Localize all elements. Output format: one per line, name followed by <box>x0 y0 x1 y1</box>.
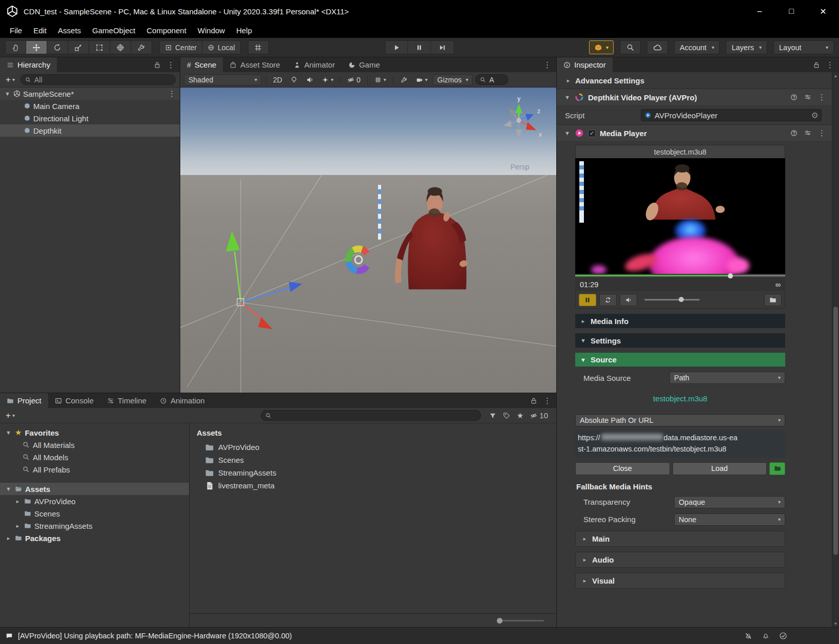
menu-help[interactable]: Help <box>230 25 258 36</box>
slider-knob[interactable] <box>497 618 502 624</box>
rotate-tool-button[interactable] <box>47 40 68 54</box>
project-search-input[interactable] <box>275 412 476 420</box>
minimize-button[interactable]: – <box>744 0 775 23</box>
foldout-closed-icon[interactable]: ▸ <box>14 498 21 505</box>
mute-toggle-button[interactable] <box>620 294 637 306</box>
favorite-all-materials[interactable]: All Materials <box>0 439 189 451</box>
rect-tool-button[interactable] <box>89 40 110 54</box>
hierarchy-item-directional-light[interactable]: Directional Light <box>0 112 180 124</box>
favorites-row[interactable]: ▼ ★ Favorites <box>0 426 189 439</box>
tab-timeline[interactable]: Timeline <box>100 393 153 408</box>
tab-project[interactable]: Project <box>0 393 48 408</box>
menu-assets[interactable]: Assets <box>52 25 87 36</box>
progress-knob[interactable] <box>728 273 733 278</box>
hierarchy-search-input[interactable] <box>34 76 171 84</box>
notifications-muted-icon[interactable] <box>744 632 752 640</box>
layers-dropdown[interactable]: Layers▾ <box>726 40 767 54</box>
grid-visibility-dropdown[interactable]: ▾ <box>372 74 389 85</box>
play-button[interactable] <box>385 40 408 54</box>
help-icon[interactable] <box>790 94 798 101</box>
scroll-up-arrow[interactable]: ▲ <box>834 72 838 79</box>
tree-folder-scenes[interactable]: Scenes <box>0 507 189 520</box>
grid-snapping-button[interactable] <box>248 40 269 54</box>
layout-dropdown[interactable]: Layout▾ <box>773 40 834 54</box>
scene-3d-render[interactable]: y z x <box>180 88 556 393</box>
custom-tool-button[interactable] <box>131 40 152 54</box>
presets-icon[interactable] <box>804 94 811 101</box>
lock-icon[interactable] <box>813 61 820 69</box>
scene-camera-dropdown[interactable]: ▾ <box>413 74 430 85</box>
toggle-2d-button[interactable]: 2D <box>270 74 285 85</box>
video-preview[interactable] <box>575 158 785 274</box>
object-picker-icon[interactable]: ⊙ <box>811 111 818 120</box>
kebab-menu-icon[interactable]: ⋮ <box>818 93 826 102</box>
volume-slider[interactable] <box>644 299 700 300</box>
foldout-open-icon[interactable]: ▼ <box>564 94 571 100</box>
tree-folder-avprovideo[interactable]: ▸ AVProVideo <box>0 495 189 507</box>
menu-component[interactable]: Component <box>141 25 192 36</box>
kebab-menu-icon[interactable]: ⋮ <box>543 60 551 70</box>
project-search[interactable] <box>261 410 481 421</box>
cloud-button[interactable] <box>647 40 668 54</box>
maximize-button[interactable]: □ <box>775 0 807 23</box>
scrollbar-track[interactable] <box>832 79 839 620</box>
hierarchy-item-main-camera[interactable]: Main Camera <box>0 100 180 112</box>
save-search-icon[interactable]: ★ <box>517 411 523 420</box>
tree-folder-streamingassets[interactable]: ▸ StreamingAssets <box>0 520 189 532</box>
draw-mode-dropdown[interactable]: Shaded▾ <box>184 74 262 85</box>
scene-visibility-button[interactable]: 0 <box>345 74 363 85</box>
tab-console[interactable]: Console <box>48 393 100 408</box>
create-asset-button[interactable]: +▾ <box>4 411 16 421</box>
hierarchy-item-depthkit[interactable]: Depthkit <box>0 124 180 137</box>
packages-root-row[interactable]: ▸ Packages <box>0 532 189 544</box>
tab-hierarchy[interactable]: Hierarchy <box>0 57 57 72</box>
filter-by-label-icon[interactable] <box>503 412 510 419</box>
audio-group-foldout[interactable]: ▸ Audio <box>575 552 785 568</box>
kebab-menu-icon[interactable]: ⋮ <box>818 128 826 138</box>
transparency-dropdown[interactable]: Opaque ▾ <box>674 496 785 508</box>
pivot-mode-button[interactable]: Center <box>159 40 202 54</box>
projection-mode-label[interactable]: Persp <box>499 163 540 171</box>
list-item-avprovideo[interactable]: AVProVideo <box>190 441 556 454</box>
notification-bell-icon[interactable] <box>762 632 770 640</box>
volume-knob[interactable] <box>679 297 684 302</box>
tab-asset-store[interactable]: Asset Store <box>223 57 287 72</box>
add-gameobject-button[interactable]: +▾ <box>4 75 16 85</box>
playback-progress-bar[interactable] <box>575 274 785 278</box>
foldout-open-icon[interactable]: ▼ <box>564 130 571 136</box>
list-item-scenes[interactable]: Scenes <box>190 454 556 466</box>
kebab-menu-icon[interactable]: ⋮ <box>826 60 834 70</box>
filter-by-type-icon[interactable] <box>489 412 496 419</box>
close-button[interactable]: ✕ <box>807 0 839 23</box>
component-enabled-checkbox[interactable]: ✓ <box>588 130 596 137</box>
gizmos-dropdown[interactable]: Gizmos▾ <box>433 74 473 85</box>
assets-root-row[interactable]: ▼ Assets <box>0 483 189 495</box>
foldout-open-icon[interactable]: ▼ <box>5 486 12 492</box>
presets-icon[interactable] <box>804 130 811 137</box>
scene-row[interactable]: ▼ SampleScene* ⋮ <box>0 88 180 100</box>
tab-inspector[interactable]: Inspector <box>557 57 613 72</box>
list-item-streamingassets[interactable]: StreamingAssets <box>190 466 556 479</box>
favorite-all-models[interactable]: All Models <box>0 451 189 463</box>
tab-game[interactable]: Game <box>342 57 387 72</box>
loop-toggle-button[interactable] <box>599 294 617 306</box>
settings-foldout[interactable]: ▼ Settings <box>575 333 785 348</box>
hand-tool-button[interactable] <box>5 40 26 54</box>
step-button[interactable] <box>431 40 454 54</box>
move-tool-button[interactable] <box>26 40 47 54</box>
tab-animation[interactable]: Animation <box>153 393 212 408</box>
menu-gameobject[interactable]: GameObject <box>87 25 141 36</box>
foldout-open-icon[interactable]: ▼ <box>4 91 11 97</box>
progress-check-icon[interactable] <box>779 632 787 640</box>
media-player-component-header[interactable]: ▼ ✓ Media Player ⋮ <box>557 124 832 142</box>
search-toolbar-button[interactable] <box>620 40 641 54</box>
script-object-field[interactable]: AVProVideoPlayer ⊙ <box>641 109 822 121</box>
hidden-packages-toggle[interactable]: 10 <box>530 411 548 420</box>
stereo-packing-dropdown[interactable]: None ▾ <box>674 513 785 526</box>
kebab-menu-icon[interactable]: ⋮ <box>167 60 175 70</box>
open-file-button[interactable] <box>764 294 782 306</box>
pause-button[interactable] <box>408 40 431 54</box>
transform-tool-button[interactable] <box>110 40 131 54</box>
axis-z-label[interactable]: z <box>537 108 540 115</box>
axis-x-label[interactable]: x <box>539 131 542 138</box>
